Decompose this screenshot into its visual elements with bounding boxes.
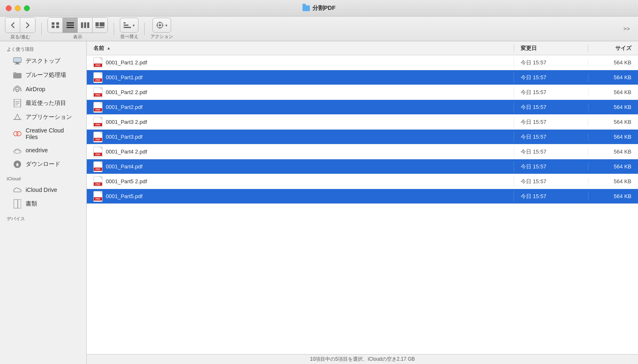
file-row[interactable]: 0001_Part2 2.pdf今日 15:57564 KB [87,85,638,100]
sort-group: ▾ 並べ替え [120,18,138,40]
svg-rect-39 [16,165,18,166]
sort-button[interactable]: ▾ [120,18,138,33]
icloud-header: iCloud [0,171,86,183]
window-title: 分割PDF [302,5,336,12]
svg-point-36 [14,150,21,153]
file-cell-date: 今日 15:57 [514,118,588,126]
icon-view-button[interactable] [48,18,63,33]
file-row[interactable]: 0001_Part2.pdf今日 15:57564 KB [87,100,638,115]
sidebar-desktop-label: デスクトップ [26,57,60,65]
close-button[interactable] [6,5,12,11]
sidebar-recents-label: 最近使った項目 [26,99,66,107]
forward-button[interactable] [20,18,35,33]
view-buttons [48,17,108,33]
action-chevron-icon: ▾ [165,23,167,28]
pdf-icon [93,117,102,128]
creativecloud-icon [13,130,21,138]
file-name: 0001_Part5 2.pdf [106,178,147,184]
file-row[interactable]: 0001_Part3 2.pdf今日 15:57564 KB [87,115,638,130]
file-cell-date: 今日 15:57 [514,148,588,156]
svg-point-17 [159,24,161,26]
svg-rect-12 [95,27,105,28]
back-button[interactable] [5,18,20,33]
sidebar-proofing-label: プルーフ処理場 [26,71,66,79]
proofing-folder-icon [13,71,21,79]
action-button[interactable]: ▾ [152,18,171,33]
file-row[interactable]: 0001_Part4 2.pdf今日 15:57564 KB [87,144,638,159]
file-cell-name: 0001_Part5 2.pdf [87,176,514,187]
file-name: 0001_Part3 2.pdf [106,119,147,125]
applications-icon [13,113,21,121]
view-label: 表示 [73,34,82,40]
favorites-header: よく使う項目 [0,41,86,54]
file-row[interactable]: 0001_Part1 2.pdf今日 15:57564 KB [87,55,638,70]
svg-rect-11 [100,22,105,26]
sidebar-item-applications[interactable]: アプリケーション [2,110,84,124]
file-list: 0001_Part1 2.pdf今日 15:57564 KB0001_Part1… [87,55,638,354]
pdf-icon [93,87,102,98]
svg-rect-15 [124,27,131,28]
svg-rect-2 [52,26,55,28]
sidebar-item-documents[interactable]: 書類 [2,197,84,211]
back-forward-buttons [5,17,36,33]
file-row[interactable]: 0001_Part3.pdf今日 15:57564 KB [87,130,638,144]
sort-chevron-icon: ▾ [133,23,135,28]
sidebar-item-proofing[interactable]: プルーフ処理場 [2,68,84,82]
toolbar-separator-2 [114,23,114,35]
file-row[interactable]: 0001_Part5 2.pdf今日 15:57564 KB [87,174,638,189]
minimize-button[interactable] [15,5,21,11]
sidebar-item-icloud-drive[interactable]: iCloud Drive [2,183,84,197]
svg-rect-8 [84,22,86,28]
file-name: 0001_Part5.pdf [106,193,143,199]
file-name: 0001_Part1 2.pdf [106,59,147,66]
file-name: 0001_Part4 2.pdf [106,149,147,155]
icloud-drive-icon [13,186,21,194]
action-group: ▾ アクション [150,18,173,40]
svg-rect-3 [56,26,59,28]
toolbar-separator-3 [144,23,145,35]
svg-rect-4 [67,22,74,24]
sidebar-item-recents[interactable]: 最近使った項目 [2,96,84,110]
file-cell-date: 今日 15:57 [514,193,588,200]
toolbar-expand-button[interactable]: >> [620,24,633,33]
sidebar-item-creativecloud[interactable]: Creative Cloud Files [2,124,84,143]
column-date[interactable]: 変更日 [514,45,588,52]
column-view-button[interactable] [78,18,93,33]
svg-rect-6 [67,27,74,28]
file-cell-name: 0001_Part1.pdf [87,72,514,83]
view-group: 表示 [48,17,108,40]
folder-icon [302,5,310,11]
column-size[interactable]: サイズ [588,45,638,52]
recents-icon [13,99,21,107]
status-text: 10項目中の5項目を選択、iCloudの空き2.17 GB [310,356,415,363]
file-cell-size: 564 KB [588,134,638,140]
file-list-header: 名前 ▲ 変更日 サイズ [87,41,638,55]
sidebar-item-desktop[interactable]: デスクトップ [2,54,84,68]
pdf-icon [93,102,102,113]
svg-point-28 [16,90,18,92]
devices-header: デバイス [0,211,86,224]
file-cell-name: 0001_Part2 2.pdf [87,87,514,98]
column-name[interactable]: 名前 ▲ [87,45,514,52]
airdrop-icon [13,85,21,93]
sidebar-item-downloads[interactable]: ダウンロード [2,157,84,171]
pdf-icon [93,161,102,172]
sidebar-item-onedrive[interactable]: onedrive [2,143,84,157]
pdf-icon [93,147,102,157]
file-cell-name: 0001_Part4 2.pdf [87,147,514,157]
sidebar-icloud-drive-label: iCloud Drive [26,187,57,193]
pdf-icon [93,72,102,83]
list-view-button[interactable] [63,18,78,33]
file-row[interactable]: 0001_Part4.pdf今日 15:57564 KB [87,159,638,174]
gallery-view-button[interactable] [93,18,107,33]
sidebar-item-airdrop[interactable]: AirDrop [2,82,84,96]
file-cell-size: 564 KB [588,89,638,95]
maximize-button[interactable] [24,5,30,11]
file-row[interactable]: 0001_Part1.pdf今日 15:57564 KB [87,70,638,85]
sidebar-downloads-label: ダウンロード [26,161,60,168]
sidebar: よく使う項目 デスクトップ プルーフ処理場 [0,41,87,364]
file-cell-date: 今日 15:57 [514,59,588,66]
file-area: 名前 ▲ 変更日 サイズ 0001_Part1 2.pdf今日 15:57564… [87,41,638,364]
file-name: 0001_Part3.pdf [106,134,143,140]
file-row[interactable]: 0001_Part5.pdf今日 15:57564 KB [87,189,638,204]
